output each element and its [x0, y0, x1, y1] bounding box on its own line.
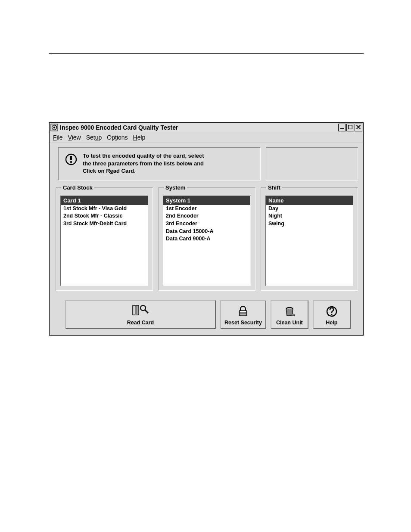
- group-label-card-stock: Card Stock: [61, 184, 94, 191]
- help-button[interactable]: Help: [313, 300, 351, 329]
- svg-rect-8: [70, 156, 72, 160]
- reset-security-button[interactable]: Reset Security: [220, 300, 266, 329]
- group-label-system: System: [164, 184, 187, 191]
- status-panel: [266, 147, 358, 180]
- read-card-label: Read Card: [127, 320, 154, 326]
- list-item[interactable]: 1st Encoder: [163, 205, 250, 213]
- clean-unit-label: Clean Unit: [276, 320, 303, 326]
- bucket-icon: [283, 305, 296, 319]
- list-item[interactable]: 3rd Encoder: [163, 220, 250, 228]
- list-item[interactable]: 3rd Stock Mfr-Debit Card: [61, 220, 148, 228]
- instruction-line-2: the three parameters from the lists belo…: [83, 160, 204, 168]
- list-header-shift: Name: [266, 196, 353, 205]
- app-icon: [50, 124, 58, 131]
- instruction-line-3: Click on Read Card.: [83, 167, 204, 175]
- menu-help-accelerator: H: [133, 134, 137, 141]
- list-item[interactable]: 1st Stock Mfr - Visa Gold: [61, 205, 148, 213]
- application-window: Inspec 9000 Encoded Card Quality Tester …: [49, 122, 364, 336]
- instruction-panel: To test the encoded quality of the card,…: [58, 147, 261, 180]
- listbox-card-stock[interactable]: Card 1 1st Stock Mfr - Visa Gold 2nd Sto…: [60, 196, 148, 286]
- exclamation-icon: [65, 153, 78, 166]
- instruction-text: To test the encoded quality of the card,…: [83, 152, 204, 175]
- read-card-button[interactable]: Read Card: [65, 300, 216, 329]
- menu-file-accelerator: F: [53, 134, 57, 141]
- instruction-line-1: To test the encoded quality of the card,…: [83, 152, 204, 160]
- listbox-shift[interactable]: Name Day Night Swing: [265, 196, 353, 286]
- list-item[interactable]: 2nd Encoder: [163, 212, 250, 220]
- window-title: Inspec 9000 Encoded Card Quality Tester: [60, 124, 338, 131]
- list-item[interactable]: Night: [266, 212, 353, 220]
- menu-view[interactable]: View: [68, 134, 81, 141]
- window-controls: [338, 124, 362, 131]
- lock-icon: [237, 305, 249, 319]
- group-label-shift: Shift: [266, 184, 282, 191]
- svg-point-9: [70, 161, 72, 163]
- menu-setup[interactable]: Setup: [86, 134, 102, 141]
- menu-setup-accelerator: u: [95, 134, 99, 141]
- list-item[interactable]: Swing: [266, 220, 353, 228]
- question-icon: [326, 305, 338, 319]
- menu-view-accelerator: V: [68, 134, 72, 141]
- minimize-button[interactable]: [338, 124, 346, 131]
- svg-point-22: [291, 314, 295, 316]
- clean-unit-button[interactable]: Clean Unit: [271, 300, 308, 329]
- list-header-card-stock: Card 1: [61, 196, 148, 205]
- svg-line-16: [145, 310, 148, 313]
- listbox-system[interactable]: System 1 1st Encoder 2nd Encoder 3rd Enc…: [163, 196, 251, 286]
- group-card-stock: Card Stock Card 1 1st Stock Mfr - Visa G…: [56, 187, 153, 291]
- svg-rect-4: [349, 125, 352, 129]
- group-shift: Shift Name Day Night Swing: [261, 187, 358, 291]
- buttons-row: Read Card Reset Security: [50, 296, 363, 335]
- list-header-system: System 1: [163, 196, 250, 205]
- list-item[interactable]: 2nd Stock Mfr - Classic: [61, 212, 148, 220]
- card-reader-icon: [132, 304, 149, 319]
- help-label: Help: [326, 320, 337, 326]
- list-item[interactable]: Day: [266, 205, 353, 213]
- menu-help[interactable]: Help: [133, 134, 146, 141]
- menu-options[interactable]: Options: [107, 134, 128, 141]
- reset-security-label: Reset Security: [224, 320, 262, 326]
- menu-file[interactable]: File: [53, 134, 63, 141]
- menubar: File View Setup Options Help: [50, 132, 363, 143]
- close-button[interactable]: [355, 124, 362, 131]
- list-item[interactable]: Data Card 15000-A: [163, 228, 250, 236]
- svg-point-2: [53, 126, 55, 128]
- maximize-button[interactable]: [346, 124, 354, 131]
- svg-point-24: [331, 314, 332, 315]
- group-system: System System 1 1st Encoder 2nd Encoder …: [158, 187, 255, 291]
- menu-file-rest: ile: [57, 134, 63, 141]
- lists-row: Card Stock Card 1 1st Stock Mfr - Visa G…: [50, 182, 363, 296]
- page-divider: [49, 53, 364, 54]
- list-item[interactable]: Data Card 9000-A: [163, 235, 250, 243]
- info-row: To test the encoded quality of the card,…: [50, 143, 363, 182]
- titlebar: Inspec 9000 Encoded Card Quality Tester: [50, 123, 363, 132]
